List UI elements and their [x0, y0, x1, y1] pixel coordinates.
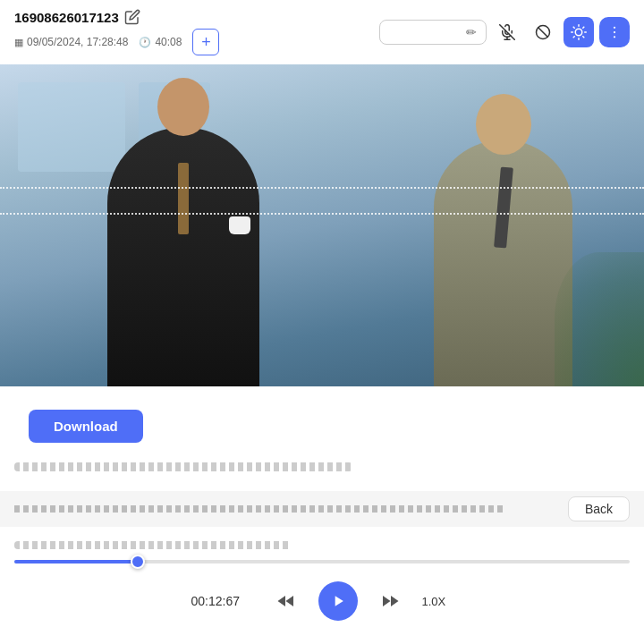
pencil-icon: ✏: [466, 25, 477, 39]
svg-line-4: [538, 28, 548, 38]
date-meta: ▦ 09/05/2024, 17:28:48: [14, 36, 128, 48]
selection-line-bottom: [0, 213, 644, 215]
time-display: 00:12:67: [191, 594, 254, 608]
header-right: ✏: [379, 17, 630, 47]
search-bar[interactable]: ✏: [379, 20, 487, 45]
svg-line-8: [573, 27, 574, 28]
info-bar-content: [14, 505, 506, 513]
add-button[interactable]: +: [192, 29, 219, 55]
text-content-2: [0, 534, 644, 556]
play-button[interactable]: [318, 581, 358, 621]
speed-display: 1.0X: [422, 595, 453, 608]
svg-line-13: [583, 27, 584, 28]
svg-point-15: [614, 31, 615, 33]
clock-icon: 🕐: [139, 37, 151, 48]
header: 16908626017123 ▦ 09/05/2024, 17:28:48 🕐 …: [0, 0, 644, 64]
download-area: Download: [0, 386, 644, 459]
svg-point-14: [614, 27, 615, 29]
video-scene: [0, 64, 644, 386]
svg-point-16: [614, 36, 615, 38]
progress-thumb[interactable]: [131, 555, 145, 569]
text-line-1: [14, 462, 352, 471]
header-meta: ▦ 09/05/2024, 17:28:48 🕐 40:08 +: [14, 29, 219, 55]
figure-left: [107, 127, 259, 386]
progress-fill: [14, 560, 138, 564]
video-player[interactable]: [0, 64, 644, 386]
text-content-1: [0, 459, 644, 484]
playback-controls: 00:12:67 1.0X: [0, 571, 644, 631]
more-button[interactable]: [599, 17, 630, 47]
figure-right: [434, 140, 572, 386]
duration-meta: 🕐 40:08: [139, 36, 182, 48]
text-line-2: [14, 541, 292, 549]
id-row: 16908626017123: [14, 9, 219, 25]
block-button[interactable]: [528, 17, 558, 47]
svg-line-12: [573, 37, 574, 38]
header-left: 16908626017123 ▦ 09/05/2024, 17:28:48 🕐 …: [14, 9, 219, 55]
progress-track[interactable]: [14, 560, 630, 564]
brightness-button[interactable]: [564, 17, 594, 47]
svg-line-9: [583, 37, 584, 38]
calendar-icon: ▦: [14, 37, 23, 48]
duration-value: 40:08: [155, 36, 182, 48]
progress-container[interactable]: [0, 556, 644, 571]
recording-id: 16908626017123: [14, 10, 119, 25]
selection-line-top: [0, 187, 644, 189]
date-value: 09/05/2024, 17:28:48: [27, 36, 128, 48]
search-input[interactable]: [389, 26, 461, 39]
rewind-button[interactable]: [275, 590, 297, 612]
info-bar: Back: [0, 491, 644, 527]
back-button[interactable]: Back: [568, 496, 630, 521]
hearing-off-button[interactable]: [492, 17, 522, 47]
edit-id-button[interactable]: [124, 9, 140, 25]
fast-forward-button[interactable]: [379, 590, 401, 612]
svg-point-5: [575, 29, 582, 36]
download-button[interactable]: Download: [29, 410, 143, 443]
